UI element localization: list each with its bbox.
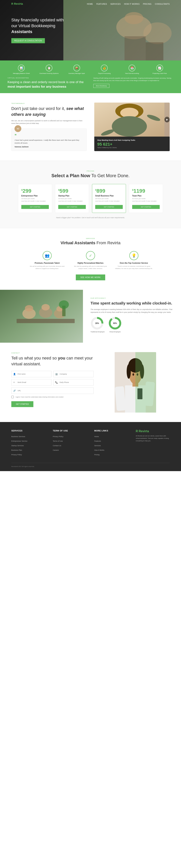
time-heading-strong: Time spent actually working while clocke…	[90, 301, 172, 305]
price-entrepreneur: $299	[21, 188, 49, 194]
form-field-email: ✉	[11, 379, 51, 385]
email-icon: ✉	[13, 381, 15, 383]
url-input[interactable]	[11, 388, 94, 394]
team-svg	[0, 290, 83, 343]
contact-heading: Tell us what you need so you can meet yo…	[11, 355, 94, 367]
nav-how-it-works[interactable]: How It Works	[124, 3, 140, 5]
testimonial-author: Vanessa Jackson	[14, 146, 83, 148]
services-sub-label: Virtual Bookkeeping	[7, 77, 88, 79]
pricing-card-team: $1199 Team Plan 53 Hours per monthLive f…	[129, 184, 163, 213]
time-content: Our Efficiency Time spent actually worki…	[83, 290, 181, 343]
contact-sub-label: Contact	[11, 352, 94, 354]
service-icon-cashflow: 📈 Projecting Cash Flow	[146, 65, 174, 74]
contact-green-bg	[135, 352, 156, 412]
nav-consultants[interactable]: Consultants	[155, 3, 170, 5]
form-row-3: 🔗	[11, 388, 94, 394]
phone-input[interactable]	[53, 379, 94, 385]
va-heading-suffix: From Revirta	[97, 241, 120, 245]
firstname-input[interactable]	[11, 371, 51, 377]
form-field-company: 🏢	[53, 371, 94, 377]
footer-link-entrepreneur[interactable]: Entrepreneur Service	[11, 440, 27, 442]
service-icon-balance: 📊 Managing Balance Sheet	[7, 65, 35, 74]
va-feature-talent: 👥 Premium, Passionate Talent We will be …	[28, 251, 66, 270]
footer-link-biz-plan[interactable]: Business Plan	[11, 449, 22, 451]
play-button[interactable]: ▶	[165, 117, 170, 122]
people-background	[63, 0, 181, 60]
footer-link-careers[interactable]: Careers	[53, 449, 59, 451]
plan-name-startup: Startup Plan	[58, 195, 86, 197]
footer-link-how-it-works[interactable]: How It Works	[94, 449, 104, 451]
form-field-firstname: 👤	[11, 371, 51, 377]
email-input[interactable]	[11, 379, 51, 385]
service-icon: 💡	[129, 251, 138, 260]
plan-detail-smallbiz: 38 Hours per monthLive free at it month …	[95, 197, 123, 203]
footer-link-pricing[interactable]: Pricing	[94, 454, 100, 456]
pricing-cards-container: $299 Entrepreneur Plan 10 Hours per mont…	[11, 184, 170, 213]
talent-desc: We will be working with you to provide s…	[28, 265, 66, 270]
contact-submit-button[interactable]: Get Started	[11, 401, 33, 407]
footer-link-biz-services[interactable]: Business Services	[11, 436, 25, 437]
service-icon-payroll: 💰 Payroll Processing	[90, 65, 118, 74]
contact-heading-you: you	[58, 356, 65, 361]
svg-point-15	[25, 305, 33, 311]
va-section: Services Virtual Assistants From Revirta…	[0, 228, 181, 290]
hero-background-image	[63, 0, 181, 60]
donut-traditional: 26%	[90, 317, 104, 330]
plan-name-entrepreneur: Entrepreneur Plan	[21, 195, 49, 197]
nav-services[interactable]: Services	[110, 3, 120, 5]
agree-checkbox[interactable]	[11, 396, 14, 398]
yearend-icon: 📅	[129, 65, 135, 71]
testimonials-desc: We can, we are a transcription-packed! A…	[11, 119, 87, 125]
testimonials-heading: Don't just take our word for it, see wha…	[11, 106, 87, 118]
footer-top-row: Services Business Services Entrepreneur …	[11, 430, 170, 457]
site-logo[interactable]: RRevirta	[11, 2, 23, 5]
footer-col-more-heading: More Links	[94, 430, 128, 432]
hero-people-svg	[63, 0, 181, 60]
stat-title: Stop Wasting Hours And Start Assigning T…	[97, 139, 167, 141]
testimonial-image: ▶	[94, 102, 170, 136]
company-input[interactable]	[53, 371, 94, 377]
nav-home[interactable]: Home	[87, 3, 93, 5]
footer-services-links: Business Services Entrepreneur Service S…	[11, 434, 45, 456]
plan-btn-startup[interactable]: Get Started	[58, 205, 86, 209]
donut-center-traditional: 26%	[95, 322, 99, 324]
matches-desc: We start by speaking with you to underst…	[72, 265, 109, 270]
phone-icon: 📞	[55, 381, 58, 383]
plan-btn-smallbiz[interactable]: Get Started	[95, 205, 123, 209]
footer-link-privacy-policy[interactable]: Privacy Policy	[53, 436, 63, 437]
nav-pricing[interactable]: Pricing	[143, 3, 151, 5]
plan-btn-team[interactable]: Get Started	[132, 205, 160, 209]
footer-col-more: More Links Home Features Services How It…	[94, 430, 128, 457]
hero-section: RRevirta Home Features Services How It W…	[0, 0, 181, 60]
nav-features[interactable]: Features	[96, 3, 107, 5]
footer-link-startup-svc[interactable]: Startup Services	[11, 445, 24, 446]
footer-link-terms-use[interactable]: Terms of Use	[53, 440, 63, 442]
footer-link-services[interactable]: Services	[94, 445, 101, 446]
footer-col-services: Services Business Services Entrepreneur …	[11, 430, 45, 457]
testimonial-quote: I have had a great overall experience. I…	[14, 139, 83, 144]
about-bookkeep-button[interactable]: About Bookkeep	[93, 84, 109, 88]
svg-rect-5	[146, 42, 164, 60]
form-checkbox-area: I agree I have read the understand data …	[11, 396, 94, 398]
footer-link-privacy[interactable]: Privacy Policy	[11, 454, 22, 456]
footer-terms-links: Privacy Policy Terms of Use Contact Us C…	[53, 434, 87, 452]
svg-point-2	[124, 12, 143, 24]
footer-link-contact[interactable]: Contact Us	[53, 445, 61, 446]
link-icon: 🔗	[13, 389, 16, 392]
talent-icon: 👥	[43, 251, 52, 260]
svg-point-3	[143, 22, 172, 44]
footer-link-features[interactable]: Features	[94, 440, 101, 442]
matches-icon: ✓	[86, 251, 95, 260]
quote-icon: ❝	[14, 133, 83, 137]
plan-btn-entrepreneur[interactable]: Get Started	[21, 205, 49, 209]
hero-cta-button[interactable]: Request a Consultation	[11, 38, 45, 43]
va-sub-label: Services	[11, 238, 170, 239]
service-icon-overhead: 📋 Overhead Invoicing Systems	[35, 65, 63, 74]
inventory-icon: 📦	[73, 65, 80, 71]
va-see-how-button[interactable]: See How We Work	[76, 275, 105, 280]
svg-point-33	[127, 364, 131, 379]
footer-link-home[interactable]: Home	[94, 436, 99, 437]
time-heading: Time spent actually working while clocke…	[90, 301, 174, 306]
pricing-card-startup: $599 Startup Plan 26 Hours per monthLive…	[55, 184, 89, 213]
donut-center-virtual: 90%	[113, 322, 117, 324]
